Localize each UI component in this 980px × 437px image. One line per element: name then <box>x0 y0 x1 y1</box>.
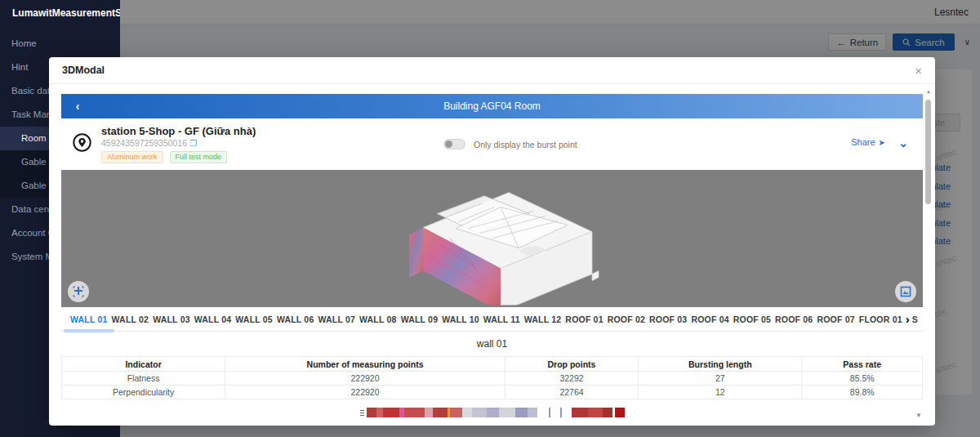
tab-overflow[interactable]: S <box>912 314 918 324</box>
tab-wall-01[interactable]: WALL 01 <box>69 307 109 332</box>
tab-floor-01[interactable]: FLOOR 01 <box>858 307 903 332</box>
share-arrow-icon: ➤ <box>879 138 885 147</box>
heatmap-strip-row <box>61 399 923 421</box>
modal-scrollbar: ▲ <box>924 88 933 404</box>
metrics-cell: 12 <box>639 386 802 399</box>
tab-wall-11[interactable]: WALL 11 <box>483 307 521 332</box>
metrics-header-cell: Indicator <box>62 357 225 372</box>
tab-wall-10[interactable]: WALL 10 <box>441 307 480 332</box>
building-3d-model <box>378 170 607 305</box>
tab-roof-01[interactable]: ROOF 01 <box>564 307 604 332</box>
screenshot-button[interactable] <box>895 281 916 302</box>
tab-roof-06[interactable]: ROOF 06 <box>774 307 813 332</box>
heat-segment <box>515 408 528 417</box>
room-title: Building AGF04 Room <box>94 100 890 112</box>
metrics-cell: 222920 <box>225 372 506 386</box>
station-tag: Full test mode <box>170 151 228 163</box>
heat-segment <box>404 408 425 417</box>
heat-segment <box>572 408 588 417</box>
strip-scale-icon <box>360 410 364 416</box>
heat-segment <box>450 408 462 417</box>
copy-icon[interactable]: ❐ <box>189 139 197 148</box>
toggle-knob <box>445 140 452 148</box>
station-row: station 5-Shop - GF (Giữa nhà) 459243597… <box>61 118 923 170</box>
heat-segment <box>588 408 603 417</box>
chevron-down-icon[interactable]: ⌄ <box>898 139 908 147</box>
close-icon[interactable]: × <box>915 65 922 77</box>
tab-roof-05[interactable]: ROOF 05 <box>733 307 772 332</box>
metrics-cell: 27 <box>639 372 802 386</box>
tab-roof-03[interactable]: ROOF 03 <box>648 307 688 332</box>
section-title: wall 01 <box>61 332 923 356</box>
heat-segment <box>472 408 487 417</box>
tab-wall-09[interactable]: WALL 09 <box>400 307 439 332</box>
heat-segment <box>376 408 383 417</box>
metrics-header-cell: Number of measuring points <box>225 357 506 372</box>
metrics-header-cell: Bursting length <box>639 357 802 372</box>
surface-tabs: WALL 01WALL 02WALL 03WALL 04WALL 05WALL … <box>61 307 923 332</box>
heat-segment <box>383 408 399 417</box>
tab-wall-06[interactable]: WALL 06 <box>276 307 315 332</box>
station-tags: Aluminum workFull test mode <box>101 151 256 163</box>
tab-wall-03[interactable]: WALL 03 <box>152 307 191 332</box>
heat-segment <box>433 408 448 417</box>
heat-segment <box>462 408 472 417</box>
metrics-cell: 32292 <box>505 372 638 386</box>
heat-segment <box>603 408 612 417</box>
metrics-cell: Perpendicularity <box>62 386 225 399</box>
tab-roof-07[interactable]: ROOF 07 <box>816 307 855 332</box>
burst-point-toggle-label: Only display the burst point <box>474 140 577 149</box>
metrics-cell: 222920 <box>225 386 506 399</box>
heat-segment <box>425 408 433 417</box>
metrics-header-row: IndicatorNumber of measuring pointsDrop … <box>62 357 923 372</box>
tab-wall-02[interactable]: WALL 02 <box>111 307 150 332</box>
heat-segment <box>537 408 549 417</box>
station-id: 459243597259350016❐ <box>101 138 256 148</box>
heat-segment <box>487 408 499 417</box>
station-name: station 5-Shop - GF (Giữa nhà) <box>101 125 256 137</box>
tab-wall-05[interactable]: WALL 05 <box>234 307 274 332</box>
table-row: Perpendicularity222920227641289.8% <box>62 386 923 399</box>
tab-roof-02[interactable]: ROOF 02 <box>607 307 646 332</box>
location-pin-icon <box>72 132 92 153</box>
metrics-header-cell: Drop points <box>505 357 638 372</box>
metrics-cell: 85.5% <box>802 372 923 386</box>
share-label: Share <box>851 137 875 147</box>
metrics-header-cell: Pass rate <box>802 357 923 372</box>
share-button[interactable]: Share ➤ <box>851 137 885 147</box>
station-info: station 5-Shop - GF (Giữa nhà) 459243597… <box>101 125 256 163</box>
modal-header: 3DModal × <box>49 57 935 84</box>
tabs-next-icon[interactable]: › <box>906 315 910 323</box>
metrics-table: IndicatorNumber of measuring pointsDrop … <box>61 356 923 399</box>
fit-view-button[interactable] <box>68 281 89 302</box>
viewer-card: ‹ Building AGF04 Room station 5-Shop - G… <box>61 94 923 421</box>
logo-row: LumawitMeasurementS... <box>0 0 120 25</box>
heat-segment <box>562 408 572 417</box>
sidebar-item-home[interactable]: Home <box>0 32 120 56</box>
image-icon <box>900 286 911 297</box>
heat-segment <box>367 408 376 417</box>
back-icon[interactable]: ‹ <box>61 100 94 113</box>
burst-point-toggle[interactable] <box>443 139 466 149</box>
burst-point-toggle-wrap: Only display the burst point <box>443 139 577 149</box>
fit-view-icon <box>73 286 84 297</box>
station-id-value: 459243597259350016 <box>101 138 187 148</box>
metrics-cell: Flatness <box>62 372 225 386</box>
room-header-bar: ‹ Building AGF04 Room <box>61 94 923 118</box>
tab-wall-04[interactable]: WALL 04 <box>194 307 233 332</box>
tab-wall-12[interactable]: WALL 12 <box>523 307 563 332</box>
tab-roof-04[interactable]: ROOF 04 <box>690 307 729 332</box>
station-tag: Aluminum work <box>101 151 163 163</box>
wall-heatmap-strip <box>367 408 625 417</box>
scroll-down-icon[interactable]: ▼ <box>915 412 922 419</box>
3d-modal: 3DModal × ‹ Building AGF04 Room station … <box>49 57 935 426</box>
3d-viewer[interactable] <box>61 170 923 307</box>
metrics-cell: 22764 <box>505 386 638 399</box>
scroll-up-icon[interactable]: ▲ <box>924 88 933 95</box>
scrollbar-thumb[interactable] <box>925 100 931 204</box>
tab-wall-07[interactable]: WALL 07 <box>317 307 356 332</box>
tab-wall-08[interactable]: WALL 08 <box>359 307 398 332</box>
table-row: Flatness222920322922785.5% <box>62 372 923 386</box>
heat-segment <box>528 408 537 417</box>
app-title: LumawitMeasurementS... <box>12 7 120 19</box>
